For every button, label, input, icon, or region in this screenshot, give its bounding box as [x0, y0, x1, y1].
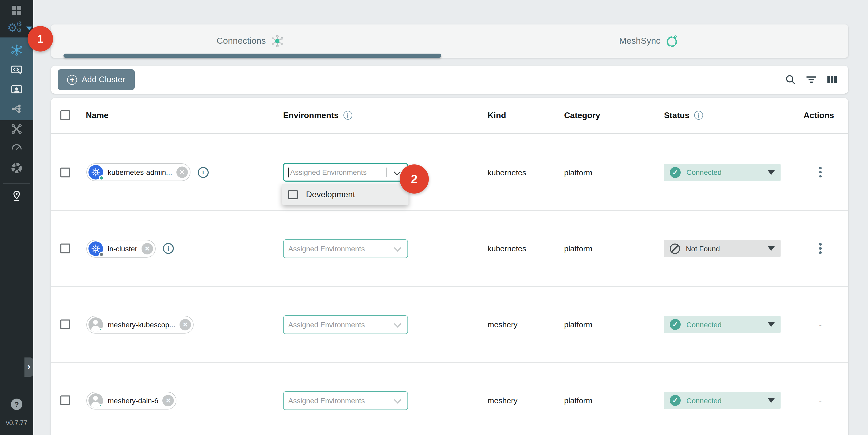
chevron-down-icon[interactable] [394, 244, 401, 251]
sidebar-item-pipeline[interactable] [0, 101, 33, 116]
sidebar-item-toolkit[interactable] [0, 122, 33, 136]
sidebar-item-catalog[interactable] [0, 189, 33, 204]
crossed-wrenches-icon [10, 123, 23, 135]
chevron-down-icon[interactable] [394, 320, 401, 327]
connection-chip[interactable]: meshery-dain-6 ✕ [86, 392, 177, 409]
mesh-network-icon [10, 44, 23, 56]
app-version: v0.7.77 [0, 420, 33, 427]
environments-placeholder: Assigned Environments [290, 168, 367, 177]
select-divider [386, 167, 386, 177]
status-label: Connected [686, 396, 768, 405]
connection-chip[interactable]: meshery-kubescop... ✕ [86, 316, 194, 333]
status-dot [99, 175, 104, 181]
column-header-name: Name [86, 111, 108, 120]
status-label: Connected [686, 320, 768, 329]
tab-connections[interactable]: Connections [51, 25, 450, 58]
caret-down-icon [768, 170, 775, 175]
sidebar-item-configuration[interactable] [0, 62, 33, 77]
environments-placeholder: Assigned Environments [288, 320, 365, 329]
row-actions-menu-icon[interactable] [819, 243, 822, 254]
row-checkbox[interactable] [60, 319, 70, 330]
connection-info-icon[interactable]: i [163, 243, 174, 254]
sidebar-item-extensions[interactable] [0, 161, 33, 175]
chevron-down-icon[interactable] [394, 168, 401, 176]
help-button[interactable]: ? [11, 399, 22, 410]
column-header-actions: Actions [803, 111, 834, 120]
table-header-row: Name Environments i Kind Category Status… [51, 98, 848, 134]
sync-ring-icon [665, 34, 679, 48]
sidebar-item-performance[interactable] [0, 140, 33, 155]
chevron-down-icon[interactable] [394, 396, 401, 403]
row-actions-menu-icon[interactable] [819, 167, 822, 178]
status-badge[interactable]: ✓ Connected [664, 316, 781, 333]
status-badge[interactable]: ✓ Connected [664, 164, 781, 181]
blocked-circle-icon [670, 243, 680, 254]
info-icon[interactable]: i [343, 111, 352, 120]
sidebar-item-dashboard[interactable] [0, 3, 33, 18]
table-row: meshery-kubescop... ✕ Assigned Environme… [51, 286, 848, 362]
kind-cell: meshery [488, 320, 564, 329]
table-row: in-cluster ✕ i Assigned Environments kub… [51, 210, 848, 286]
tab-meshsync[interactable]: MeshSync [450, 25, 848, 58]
select-divider [386, 243, 387, 254]
row-checkbox[interactable] [60, 167, 70, 177]
column-header-environments: Environments [283, 111, 339, 120]
assigned-environments-select[interactable]: Assigned Environments [283, 163, 408, 182]
connection-chip[interactable]: in-cluster ✕ [86, 240, 156, 257]
screen-person-icon [10, 83, 23, 96]
kind-cell: kubernetes [488, 168, 564, 177]
info-icon[interactable]: i [694, 111, 703, 120]
remove-connection-icon[interactable]: ✕ [180, 319, 191, 330]
remove-connection-icon[interactable]: ✕ [176, 166, 188, 178]
assigned-environments-select[interactable]: Assigned Environments [283, 315, 408, 334]
row-checkbox[interactable] [60, 396, 70, 405]
status-label: Not Found [686, 244, 768, 253]
option-checkbox[interactable] [288, 190, 298, 199]
question-mark-icon: ? [14, 400, 19, 408]
column-header-category: Category [564, 111, 600, 120]
remove-connection-icon[interactable]: ✕ [163, 395, 174, 406]
category-cell: platform [564, 396, 664, 405]
remove-connection-icon[interactable]: ✕ [142, 243, 153, 254]
meshery-connections-page: ⚙ ⚙ ⚙ [0, 0, 868, 435]
select-divider [386, 319, 387, 330]
row-checkbox[interactable] [60, 244, 70, 253]
option-label[interactable]: Development [306, 190, 355, 199]
assigned-environments-select[interactable]: Assigned Environments [283, 239, 408, 258]
status-badge[interactable]: Not Found [664, 240, 781, 257]
column-header-kind: Kind [488, 111, 506, 120]
caret-down-icon [768, 398, 775, 403]
annotation-step-2: 2 [400, 164, 429, 193]
environments-placeholder: Assigned Environments [288, 244, 365, 253]
connections-tabs-bar: Connections Me [51, 25, 848, 58]
environments-dropdown: Development [282, 184, 408, 205]
connections-table: Name Environments i Kind Category Status… [51, 98, 848, 435]
text-cursor [288, 167, 289, 177]
status-badge[interactable]: ✓ Connected [664, 392, 781, 409]
segmented-ring-icon [10, 162, 23, 174]
speedometer-icon [10, 141, 23, 154]
filter-icon[interactable] [805, 73, 817, 86]
add-cluster-label: Add Cluster [82, 75, 125, 84]
sidebar-item-connections[interactable] [0, 43, 33, 57]
add-cluster-button[interactable]: + Add Cluster [58, 69, 134, 90]
sidebar: ⚙ ⚙ ⚙ [0, 0, 33, 435]
no-actions-placeholder: - [819, 320, 822, 329]
chevron-right-icon: › [27, 362, 30, 371]
status-label: Connected [686, 168, 768, 177]
gears-icon: ⚙ ⚙ ⚙ [6, 22, 27, 35]
connection-info-icon[interactable]: i [197, 167, 209, 178]
category-cell: platform [564, 320, 664, 329]
connection-chip[interactable]: kubernetes-admin... ✕ [86, 163, 190, 181]
select-all-checkbox[interactable] [60, 110, 70, 120]
tab-connections-label: Connections [216, 36, 266, 46]
search-icon[interactable] [784, 73, 797, 86]
check-circle-icon: ✓ [670, 319, 681, 330]
check-circle-icon: ✓ [670, 167, 681, 178]
sidebar-item-remote-session[interactable] [0, 82, 33, 97]
sidebar-collapse-button[interactable]: › [25, 358, 33, 377]
assigned-environments-select[interactable]: Assigned Environments [283, 391, 408, 410]
plus-circle-icon: + [67, 75, 77, 85]
connection-name: kubernetes-admin... [108, 168, 172, 177]
view-columns-icon[interactable] [826, 73, 838, 86]
